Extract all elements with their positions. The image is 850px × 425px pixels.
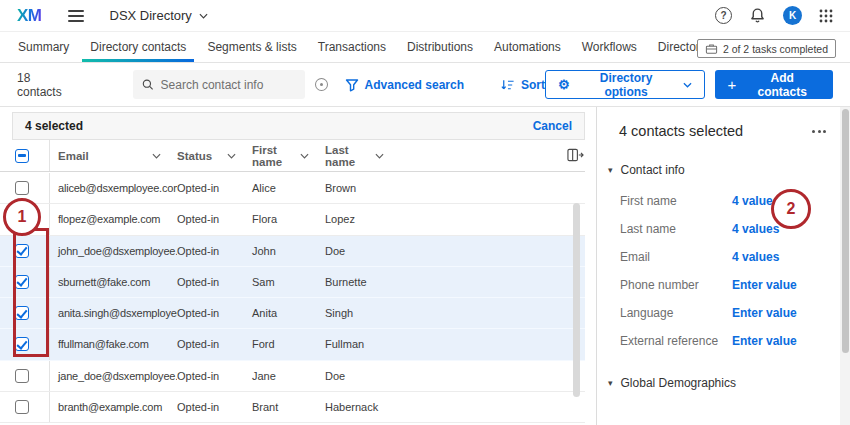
annotation-number: 1 [18,208,27,226]
search-box[interactable] [133,70,304,99]
contact-info-section-toggle[interactable]: ▾ Contact info [597,163,850,177]
field-label: External reference [620,334,732,348]
filter-funnel-icon [345,78,359,92]
tab[interactable]: Transactions [318,32,386,62]
field-value-link[interactable]: 4 values [732,250,850,264]
table-row[interactable]: john_doe@dsxemployee.... Opted-in John D… [0,236,585,267]
selection-bar: 4 selected Cancel [12,112,585,140]
field-label: First name [620,194,732,208]
tab[interactable]: Directory contacts [90,32,186,62]
directory-switcher[interactable]: DSX Directory [110,8,208,23]
panel-scrollbar-track[interactable] [840,107,850,425]
search-input[interactable] [161,78,296,92]
manage-columns-icon[interactable] [567,147,584,163]
column-header[interactable]: First name [252,140,325,171]
tab[interactable]: Summary [18,32,69,62]
cell-last-name: Doe [325,245,400,257]
contact-info-fields: First name 4 values Last name 4 values E… [597,187,850,355]
cell-status: Opted-in [177,276,252,288]
panel-field-row: Email 4 values [597,243,850,271]
row-checkbox[interactable] [15,369,29,383]
column-header-label: Last name [325,144,375,168]
tab[interactable]: Distributions [407,32,473,62]
table-row[interactable]: aliceb@dsxemployee.com Opted-in Alice Br… [0,173,585,204]
global-demographics-label: Global Demographics [621,376,736,390]
advanced-search-label: Advanced search [365,78,464,92]
directory-options-button[interactable]: ⚙ Directory options [545,70,705,99]
chevron-down-icon [199,13,208,19]
column-header[interactable]: Email [50,140,177,171]
table-row[interactable]: ffullman@fake.com Opted-in Ford Fullman [0,329,585,360]
collapse-triangle-icon: ▾ [608,378,613,388]
row-checkbox[interactable] [15,181,29,195]
table-row[interactable]: flopez@example.com Opted-in Flora Lopez [0,204,585,235]
more-options-icon[interactable] [812,126,826,137]
avatar[interactable]: K [783,6,802,25]
cell-status: Opted-in [177,182,252,194]
table-scrollbar-thumb[interactable] [573,203,580,397]
cell-email: flopez@example.com [50,213,177,225]
xm-logo: XM [17,6,42,26]
panel-title: 4 contacts selected [619,123,743,139]
field-value-link[interactable]: Enter value [732,278,850,292]
cell-last-name: Burnette [325,276,400,288]
cancel-selection-link[interactable]: Cancel [533,119,572,133]
tab[interactable]: Workflows [582,32,637,62]
panel-field-row: External reference Enter value [597,327,850,355]
apps-grid-icon[interactable] [819,9,833,23]
cell-last-name: Doe [325,370,400,382]
field-label: Language [620,306,732,320]
hamburger-menu-icon[interactable] [68,10,84,22]
cell-status: Opted-in [177,213,252,225]
panel-field-row: First name 4 values [597,187,850,215]
search-icon [142,78,153,91]
global-demographics-section-toggle[interactable]: ▾ Global Demographics [597,376,850,390]
add-contacts-button[interactable]: + Add contacts [715,70,833,99]
cell-status: Opted-in [177,338,252,350]
cell-first-name: John [252,245,325,257]
tasks-completed-text: 2 of 2 tasks completed [723,43,828,55]
panel-field-row: Language Enter value [597,299,850,327]
chevron-down-icon[interactable] [227,153,236,159]
info-icon[interactable] [315,78,328,91]
cell-email: jane_doe@dsxemployee.... [50,370,177,382]
table-row[interactable]: jane_doe@dsxemployee.... Opted-in Jane D… [0,361,585,392]
selected-contacts-panel: 4 contacts selected ▾ Contact info First… [596,107,850,425]
chevron-down-icon[interactable] [300,153,309,159]
field-value-link[interactable]: Enter value [732,334,850,348]
tasks-completed-banner[interactable]: 2 of 2 tasks completed [697,39,836,58]
panel-field-row: Phone number Enter value [597,271,850,299]
field-label: Last name [620,222,732,236]
plus-icon: + [728,77,737,92]
panel-scrollbar-thumb[interactable] [842,109,849,353]
tab-bar: Summary Directory contacts Segments & li… [0,32,850,63]
chevron-down-icon [683,82,692,88]
chevron-down-icon[interactable] [375,153,384,159]
help-icon[interactable]: ? [715,7,732,24]
table-body: aliceb@dsxemployee.com Opted-in Alice Br… [0,173,585,423]
advanced-search-button[interactable]: Advanced search [345,78,464,92]
collapse-triangle-icon: ▾ [608,165,613,175]
column-header[interactable]: Status [177,140,252,171]
tab[interactable]: Segments & lists [207,32,296,62]
select-all-checkbox[interactable] [15,149,29,163]
table-row[interactable]: branth@example.com Opted-in Brant Habern… [0,392,585,423]
sort-label: Sort [521,78,545,92]
annotation-rectangle-checkboxes [13,228,49,357]
row-checkbox[interactable] [15,400,29,414]
notifications-bell-icon[interactable] [749,7,766,24]
field-value-link[interactable]: Enter value [732,306,850,320]
table-row[interactable]: anita.singh@dsxemployee... Opted-in Anit… [0,298,585,329]
cell-first-name: Jane [252,370,325,382]
table-row[interactable]: sburnett@fake.com Opted-in Sam Burnette [0,267,585,298]
tab[interactable]: Automations [494,32,561,62]
chevron-down-icon[interactable] [152,153,161,159]
annotation-step-1: 1 [3,198,41,236]
cell-last-name: Lopez [325,213,400,225]
column-header[interactable]: Last name [325,140,400,171]
sort-button[interactable]: Sort [500,78,545,92]
top-bar: XM DSX Directory ? K [0,0,850,32]
cell-last-name: Habernack [325,401,400,413]
cell-first-name: Ford [252,338,325,350]
cell-status: Opted-in [177,245,252,257]
